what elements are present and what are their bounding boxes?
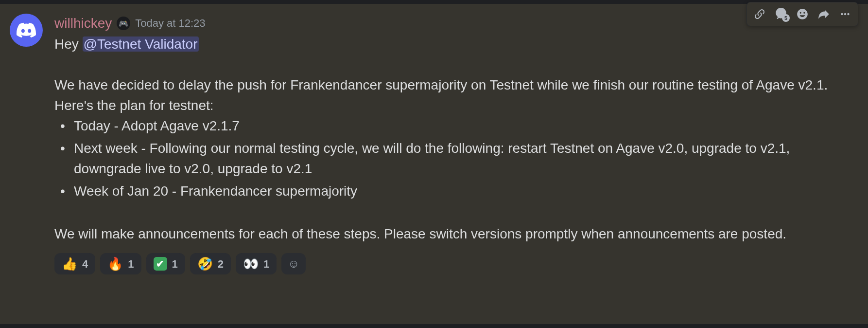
message-hover-toolbar: 5 [746, 2, 858, 26]
thumbs-up-icon: 👍 [62, 257, 77, 270]
reaction-check[interactable]: ✔ 1 [146, 253, 185, 274]
avatar[interactable] [10, 14, 43, 47]
more-icon [839, 8, 851, 20]
bottom-divider [0, 324, 868, 328]
username[interactable]: willhickey [54, 16, 112, 31]
reaction-count: 1 [172, 256, 178, 272]
forward-button[interactable] [813, 4, 834, 24]
reaction-count: 4 [82, 256, 88, 272]
rofl-icon: 🤣 [197, 257, 213, 270]
forward-icon [817, 8, 830, 20]
fire-icon: 🔥 [107, 257, 123, 270]
reaction-fire[interactable]: 🔥 1 [100, 253, 141, 274]
top-divider [0, 0, 868, 4]
reaction-eyes[interactable]: 👀 1 [236, 253, 277, 274]
reaction-thumbs-up[interactable]: 👍 4 [54, 253, 95, 274]
list-item: Next week - Following our normal testing… [56, 138, 858, 179]
reaction-count: 2 [218, 256, 224, 272]
check-mark-icon: ✔ [154, 257, 167, 271]
link-icon [753, 8, 766, 20]
discord-logo-icon [17, 20, 36, 40]
list-item: Week of Jan 20 - Frankendancer supermajo… [56, 181, 858, 201]
user-badge[interactable]: 🎮 [117, 17, 130, 30]
message-container: 5 willhickey 🎮 Today at [0, 4, 868, 274]
message-content: willhickey 🎮 Today at 12:23 Hey @Testnet… [54, 14, 858, 274]
message-body: Hey @Testnet Validator We have decided t… [54, 34, 858, 274]
copy-link-button[interactable] [749, 4, 770, 24]
reaction-count: 1 [263, 256, 269, 272]
role-mention[interactable]: @Testnet Validator [83, 36, 199, 52]
game-controller-icon: 🎮 [119, 19, 128, 28]
add-reaction-button[interactable]: ☺ [281, 253, 306, 274]
paragraph-2: We will make announcements for each of t… [54, 224, 858, 244]
reaction-count: 1 [128, 256, 134, 272]
message-header: willhickey 🎮 Today at 12:23 [54, 16, 858, 31]
greeting-line: Hey @Testnet Validator [54, 34, 858, 55]
bullet-list: Today - Adopt Agave v2.1.7 Next week - F… [54, 116, 858, 201]
list-item: Today - Adopt Agave v2.1.7 [56, 116, 858, 136]
paragraph-1: We have decided to delay the push for Fr… [54, 75, 858, 116]
add-reaction-button[interactable] [792, 4, 813, 24]
smiley-icon [796, 8, 809, 20]
thread-count-badge: 5 [782, 14, 790, 22]
smiley-add-icon: ☺ [288, 255, 300, 273]
eyes-icon: 👀 [243, 257, 259, 270]
reaction-rofl[interactable]: 🤣 2 [190, 253, 231, 274]
more-button[interactable] [834, 4, 856, 24]
timestamp: Today at 12:23 [135, 17, 205, 30]
greeting-text: Hey [54, 36, 83, 52]
reactions-bar: 👍 4 🔥 1 ✔ 1 🤣 2 👀 1 [54, 253, 858, 274]
threads-button[interactable]: 5 [770, 4, 792, 24]
